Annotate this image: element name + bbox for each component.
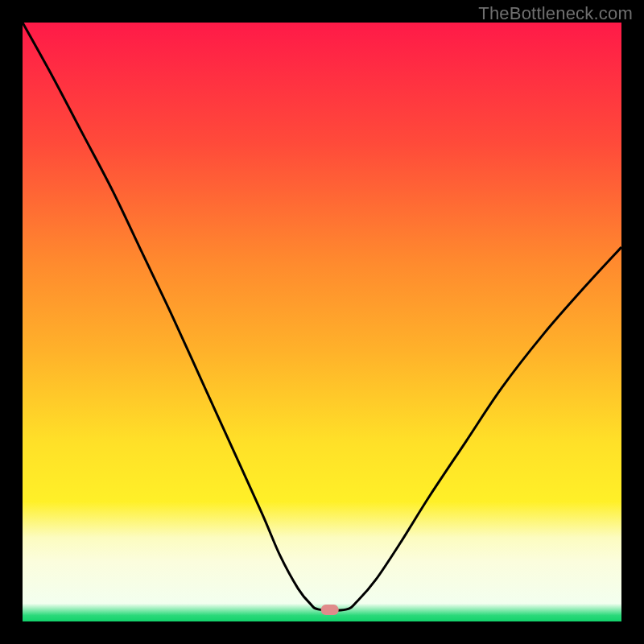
- plot-background: [23, 23, 621, 621]
- optimum-marker: [321, 605, 339, 615]
- chart-frame: TheBottleneck.com: [0, 0, 644, 644]
- bottleneck-chart: [0, 0, 644, 644]
- watermark-label: TheBottleneck.com: [478, 3, 633, 24]
